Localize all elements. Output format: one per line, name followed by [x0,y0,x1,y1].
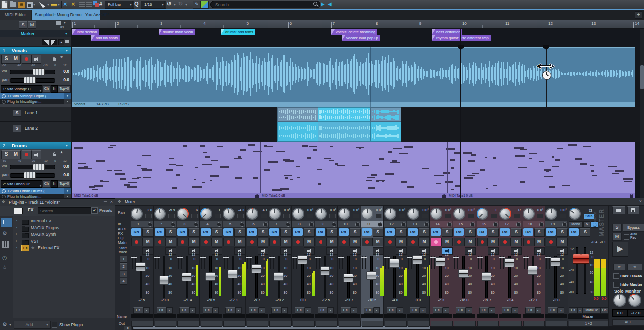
channel-solo-button[interactable]: S [373,228,383,237]
channel-mute-button[interactable]: M [442,238,453,246]
locate-next-icon[interactable]: ▶ [321,1,325,7]
master-gear-button[interactable] [591,221,598,228]
channel-fx-caret[interactable]: ▼ [420,307,426,314]
channel-mute-button[interactable]: M [165,238,176,246]
search-icon[interactable] [313,1,319,7]
channel-record-button[interactable] [477,238,488,246]
channel-out-button[interactable] [339,321,361,327]
channel-name-field[interactable] [430,314,452,318]
channel-record-button[interactable] [431,238,442,246]
quantize-icon[interactable]: Q [134,1,139,7]
add-plugin-caret[interactable]: ▼ [64,194,71,199]
track-monitor-button[interactable] [31,150,41,159]
marker-1[interactable]: add rim shots [91,35,120,41]
channel-out-button[interactable] [316,321,337,327]
channel-out-button[interactable] [177,321,199,327]
channel-out-button[interactable] [223,321,245,327]
draw-mode-icon[interactable]: ✎ [193,1,201,9]
solo-level-knob[interactable] [613,294,626,307]
marker-6[interactable]: bass distortion [432,29,462,35]
channel-name-field[interactable] [292,314,314,318]
plugins-gear-caret[interactable]: ▼ [9,323,12,326]
volume-slider-handle[interactable] [33,68,45,75]
channel-gear-icon[interactable] [539,222,544,227]
rail-history-icon[interactable]: ◷ [2,254,7,261]
fade-out-icon[interactable] [50,39,57,45]
channel-fx-button[interactable]: FX [249,307,259,314]
channel-out-button[interactable] [408,321,429,327]
read-automation-button[interactable]: Rd [223,228,233,236]
midi-drums-clip[interactable] [72,142,635,193]
channel-out-button[interactable] [454,321,476,327]
aux-mini-handle[interactable] [387,257,390,258]
instrument-caret[interactable]: ▼ [64,188,71,194]
normalize-button[interactable]: N [583,221,590,228]
channel-fx-caret[interactable]: ▼ [143,307,150,314]
pan-automation-button[interactable] [560,214,566,218]
channel-out-button[interactable] [293,321,315,327]
read-automation-button[interactable]: Rd [454,228,464,236]
pan-automation-button[interactable] [283,214,290,218]
pan-knob[interactable] [499,208,511,220]
mixer-minimize-icon[interactable]: — [632,199,635,202]
channel-number-bar[interactable]: 15 [453,221,475,227]
channel-gear-icon[interactable] [217,222,221,227]
lane-take-clip[interactable] [277,107,319,122]
channel-gear-icon[interactable] [171,222,175,227]
transpose-button[interactable]: Tsp+0 [58,180,71,188]
read-automation-button[interactable]: Rd [362,228,372,236]
channel-solo-button[interactable]: S [442,228,453,237]
track-record-button[interactable] [22,150,32,159]
channel-record-button[interactable] [523,238,534,246]
channel-number-bar[interactable]: 1 [131,221,153,227]
channel-gear-icon[interactable] [332,222,336,227]
channel-name-field[interactable] [269,314,291,318]
channel-gear-icon[interactable] [240,222,244,227]
add-plugin-slot[interactable]: Plug-in hinzufügen...▼ [0,194,71,199]
pan-knob[interactable] [384,208,396,220]
channel-out-button[interactable] [431,321,453,327]
new-tab-button[interactable]: + [635,11,642,19]
channel-record-button[interactable] [269,238,280,246]
channel-number-bar[interactable]: 3 [177,221,199,227]
channel-name-field[interactable] [223,314,245,318]
read-automation-button[interactable]: Rd [385,228,395,236]
read-automation-button[interactable]: Rd [201,228,211,236]
channel-gear-icon[interactable] [424,222,429,227]
channel-gear-icon[interactable] [286,222,290,227]
locate-prev-icon[interactable]: ◀ [328,1,332,7]
channel-number-bar[interactable]: 18 [523,221,544,227]
channel-fx-caret[interactable]: ▼ [512,307,518,314]
header-grid-icon[interactable]: #▾ [60,25,64,29]
marker-0[interactable]: intro section [72,29,99,35]
pan-automation-button[interactable] [491,214,497,218]
export-icon[interactable]: ▦ [18,1,25,8]
start-track-button-3[interactable]: 3 [120,271,127,277]
read-automation-button[interactable]: Rd [523,228,533,236]
channel-number-bar[interactable]: 7 [269,221,291,227]
channel-gear-icon[interactable] [309,222,314,227]
channel-fx-button[interactable]: FX [225,307,235,314]
channel-solo-button[interactable]: S [511,228,522,237]
lane-solo-button-1[interactable]: S [13,110,21,117]
channel-gear-icon[interactable] [194,222,198,227]
channel-name-field[interactable] [246,314,268,318]
pan-knob[interactable] [477,208,488,220]
channel-record-button[interactable] [131,238,142,246]
track-mute-button[interactable]: M [11,55,21,64]
pan-knob[interactable] [246,208,258,220]
draw-tool-icon[interactable] [51,3,58,7]
aux-mini-handle[interactable] [134,257,137,258]
channel-mute-button[interactable]: M [234,238,245,246]
lane-solo-button-2[interactable]: S [13,125,21,132]
volume-damp-icon[interactable]: ● [58,39,64,45]
plugins-close-icon[interactable]: × [110,199,113,204]
plugins-title-bar[interactable]: ✥ Plug-ins - Track 11 "Violins" — × [0,199,115,206]
channel-record-button[interactable] [546,238,557,246]
read-automation-button[interactable]: Rd [155,228,164,236]
fader-track[interactable] [324,256,326,298]
undo-icon[interactable]: ↺ [167,1,171,7]
rail-browser-icon[interactable] [1,218,12,227]
pan-automation-button[interactable] [237,214,244,218]
tree-expand-arrow[interactable]: › [16,232,17,236]
